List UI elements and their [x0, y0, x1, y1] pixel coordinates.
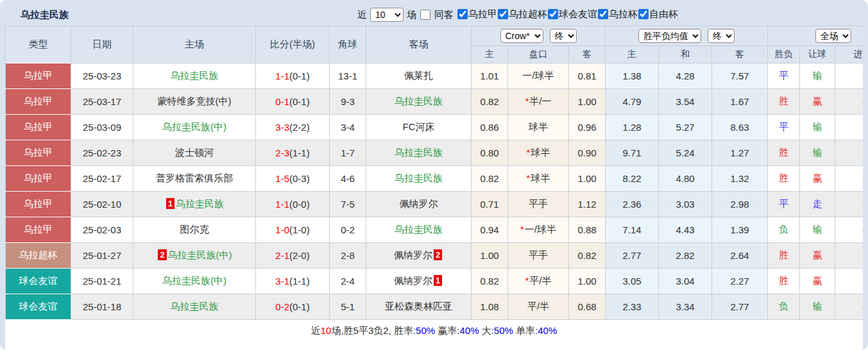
match-row: 乌拉甲25-03-23乌拉圭民族1-1(0-1)13-1佩莱扎1.01一/球半0… — [6, 63, 864, 89]
cell-competition: 乌拉甲 — [6, 217, 71, 243]
cell-handicap-result: 输 — [800, 63, 835, 89]
cell-handicap-odds-away: 0.88 — [569, 217, 606, 243]
match-row: 乌拉甲25-02-23波士顿河2-3(1-1)1-7乌拉圭民族0.80*球半0.… — [6, 140, 864, 166]
cell-handicap-line: 平/半 — [508, 294, 569, 320]
cell-date: 25-03-17 — [71, 89, 133, 115]
cell-handicap-odds-away: 1.00 — [569, 89, 606, 115]
col-header-handicap-result: 让球 — [800, 46, 835, 63]
cell-avg-home: 2.36 — [606, 192, 659, 217]
handicap-text: 球半 — [531, 172, 550, 183]
cell-away-team: 乌拉圭民族 — [366, 217, 472, 243]
cell-corner: 4-6 — [330, 166, 366, 192]
handicap-text: 平手 — [529, 198, 548, 209]
cell-avg-away: 2.98 — [712, 192, 768, 217]
cell-competition: 乌拉甲 — [6, 166, 71, 192]
cell-goals-result: 小 — [835, 192, 863, 217]
home-team-name: 普罗格雷索俱乐部 — [156, 172, 233, 183]
fulltime-score: 1-0 — [275, 224, 289, 235]
cell-avg-draw: 2.82 — [659, 243, 712, 269]
cell-avg-draw: 5.27 — [659, 115, 712, 140]
competition-filters: 乌拉甲乌拉超杯球会友谊乌拉杯自由杯 — [457, 8, 678, 22]
cell-away-team: 佩纳罗尔1 — [366, 269, 472, 294]
summary-segment: 10 — [321, 325, 332, 336]
cell-handicap-odds-home: 0.71 — [472, 192, 508, 217]
cell-competition: 乌拉甲 — [6, 115, 71, 140]
cell-avg-home: 9.71 — [606, 140, 659, 166]
cell-avg-away: 7.57 — [712, 63, 768, 89]
competition-checkbox[interactable] — [457, 9, 468, 19]
col-header-date: 日期 — [71, 26, 133, 63]
handicap-text: 一/球半 — [525, 224, 556, 235]
cell-result: 胜 — [768, 166, 800, 192]
competition-filter[interactable]: 乌拉杯 — [597, 8, 638, 21]
cell-score: 1-0(1-0) — [256, 217, 330, 243]
recent-count-select[interactable]: 10 — [370, 8, 404, 22]
competition-filter[interactable]: 自由杯 — [638, 8, 678, 21]
home-team-name: 波士顿河 — [175, 147, 214, 158]
recent-label: 近 — [357, 9, 367, 21]
cell-result: 负 — [768, 294, 800, 320]
cell-avg-draw: 5.24 — [659, 140, 712, 166]
cell-avg-draw: 4.43 — [659, 217, 712, 243]
cell-handicap-odds-home: 0.82 — [472, 269, 508, 294]
competition-checkbox[interactable] — [638, 9, 649, 19]
competition-checkbox[interactable] — [598, 9, 608, 19]
upper-hand-star: * — [525, 96, 529, 106]
fulltime-score: 3-1 — [275, 276, 289, 287]
cell-avg-away: 2.27 — [712, 269, 768, 294]
cell-goals-result: 小 — [835, 63, 863, 89]
cell-home-team: 蒙特维多竞技(中) — [133, 89, 256, 115]
cell-handicap-line: *一/球半 — [508, 217, 569, 243]
halftime-score: (1-1) — [289, 276, 310, 287]
cell-score: 1-1(0-0) — [256, 192, 330, 217]
cell-avg-draw: 3.34 — [659, 294, 712, 320]
cell-handicap-result: 输 — [800, 115, 835, 140]
cell-away-team: 佩纳罗尔2 — [366, 243, 472, 269]
away-team-name: 乌拉圭民族 — [395, 147, 443, 158]
summary-segment: 40% — [538, 325, 557, 336]
cell-handicap-odds-away: 1.00 — [569, 269, 606, 294]
cell-date: 25-02-17 — [71, 166, 133, 192]
cell-handicap-line: 球半 — [508, 115, 569, 140]
handicap-text: 球半 — [531, 147, 550, 158]
cell-result: 胜 — [768, 269, 800, 294]
handicap-text: 球半 — [529, 121, 548, 132]
col-header-score: 比分(半场) — [256, 26, 330, 63]
handicap-text: 平/半 — [527, 301, 549, 312]
competition-filter[interactable]: 球会友谊 — [547, 8, 597, 21]
cell-goals-result: 大 — [835, 269, 863, 294]
cell-corner: 3-4 — [330, 115, 366, 140]
competition-filter[interactable]: 乌拉甲 — [457, 8, 497, 21]
summary-segment: 50% — [494, 325, 513, 336]
cell-handicap-result: 输 — [800, 217, 835, 243]
fulltime-score: 0-1 — [275, 96, 289, 107]
odds-company-select[interactable]: Crow* — [500, 29, 543, 43]
cell-date: 25-03-23 — [71, 63, 133, 89]
cell-home-team: 乌拉圭民族(中) — [133, 115, 256, 140]
cell-handicap-odds-home: 0.86 — [472, 115, 508, 140]
cell-away-team: FC河床 — [366, 115, 472, 140]
competition-checkbox[interactable] — [548, 9, 558, 19]
cell-score: 1-1(0-1) — [256, 63, 330, 89]
avg-time-select[interactable]: 终 — [708, 29, 735, 43]
col-header-type: 类型 — [6, 26, 71, 63]
cell-result: 负 — [768, 217, 800, 243]
competition-checkbox[interactable] — [498, 9, 508, 19]
cell-goals-result: 大 — [835, 115, 863, 140]
cell-avg-draw: 3.03 — [659, 192, 712, 217]
top-bar: 乌拉圭民族 近 10 场 同客 乌拉甲乌拉超杯球会友谊乌拉杯自由杯 — [5, 4, 863, 26]
fulltime-score: 1-1 — [275, 199, 289, 210]
summary-segment: 50% — [416, 325, 435, 336]
cell-avg-home: 3.05 — [606, 269, 659, 294]
competition-filter[interactable]: 乌拉超杯 — [497, 8, 547, 21]
page-title: 乌拉圭民族 — [5, 9, 69, 21]
cell-avg-home: 1.38 — [606, 63, 659, 89]
fulltime-score: 0-2 — [275, 301, 289, 312]
scope-select[interactable]: 全场 — [815, 29, 851, 43]
cell-handicap-result: 走 — [800, 192, 835, 217]
same-venue-checkbox[interactable] — [420, 10, 430, 20]
cell-avg-away: 1.32 — [712, 166, 768, 192]
avg-odds-select[interactable]: 胜平负均值 — [638, 29, 701, 43]
odds-time-select[interactable]: 终 — [550, 29, 577, 43]
col-header-corner: 角球 — [330, 26, 366, 63]
